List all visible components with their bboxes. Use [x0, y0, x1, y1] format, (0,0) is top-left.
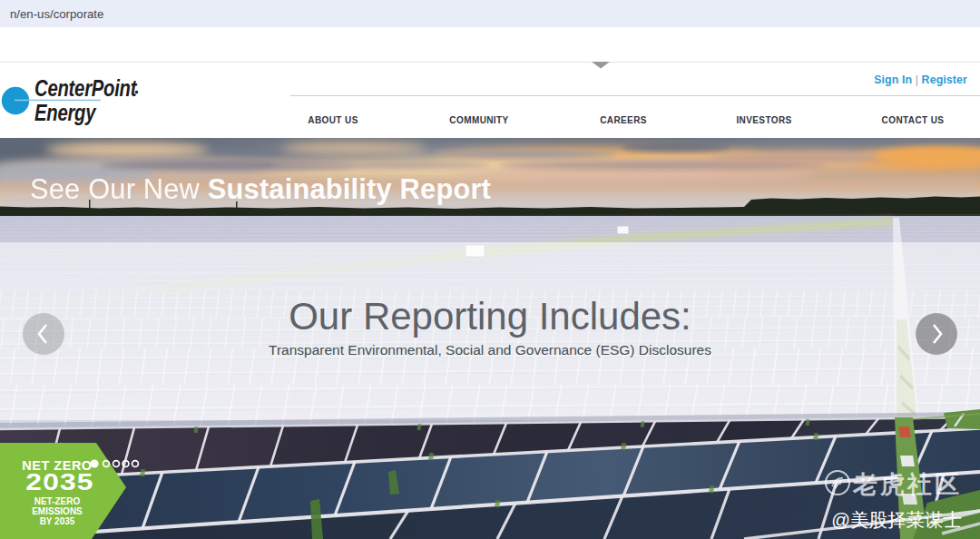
svg-text:2035: 2035 [25, 468, 93, 495]
svg-text:EMISSIONS: EMISSIONS [32, 506, 83, 516]
svg-text:BY 2035: BY 2035 [40, 516, 75, 526]
svg-text:CenterPoint: CenterPoint [34, 75, 138, 102]
svg-text:NET-ZERO: NET-ZERO [34, 496, 81, 506]
